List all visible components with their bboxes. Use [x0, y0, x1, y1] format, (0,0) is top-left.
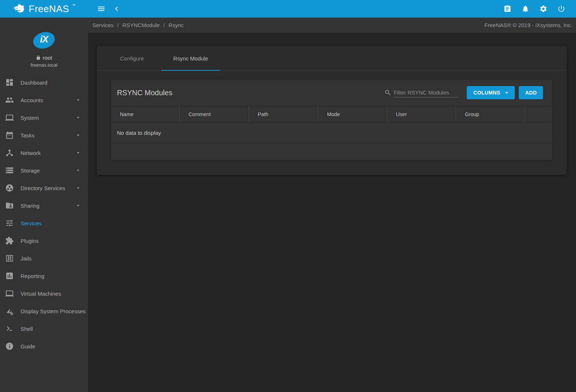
menu-icon	[97, 4, 106, 13]
breadcrumb-item-services[interactable]: Services	[92, 22, 114, 28]
notifications-button[interactable]	[521, 4, 530, 13]
sidebar-item-virtual-machines[interactable]: Virtual Machines	[0, 285, 88, 302]
task-manager-button[interactable]	[503, 4, 512, 13]
sidebar-item-shell[interactable]: Shell	[0, 320, 88, 337]
sidebar-item-directory-services[interactable]: Directory Services	[0, 179, 88, 197]
accounts-icon	[5, 96, 14, 104]
chevron-down-icon	[75, 132, 81, 138]
tab-configure[interactable]: Configure	[103, 46, 161, 70]
columns-button[interactable]: COLUMNS	[467, 86, 515, 99]
column-header-user[interactable]: User	[387, 106, 456, 122]
user-name: root	[43, 55, 52, 61]
column-header-mode[interactable]: Mode	[318, 106, 387, 122]
copyright-text: FreeNAS® © 2019 - iXsystems, Inc.	[484, 22, 572, 28]
rsync-card: Configure Rsync Module RSYNC Modules COL…	[97, 46, 566, 175]
services-icon	[5, 219, 14, 228]
table-header-row: Name Comment Path Mode User Group	[111, 106, 553, 123]
shell-icon	[5, 324, 14, 333]
sidebar-item-network[interactable]: Network	[0, 144, 88, 162]
brand-trademark: ™	[72, 4, 76, 7]
freenas-shark-icon	[13, 3, 26, 14]
sidebar-item-sharing[interactable]: Sharing	[0, 197, 88, 214]
sidebar-item-jails[interactable]: Jails	[0, 249, 88, 267]
jails-icon	[5, 254, 14, 263]
column-header-comment[interactable]: Comment	[180, 106, 249, 122]
virtual-machines-icon	[5, 289, 14, 298]
chevron-down-icon	[75, 167, 81, 174]
chevron-down-icon	[75, 185, 81, 191]
breadcrumb-item-rsync: Rsync	[169, 22, 184, 28]
freenas-logo[interactable]: FreeNAS ™	[0, 0, 88, 18]
storage-icon	[5, 166, 14, 175]
table-empty-row: No data to display	[111, 123, 553, 143]
directory-services-icon	[5, 184, 14, 192]
rsync-modules-panel: RSYNC Modules COLUMNS	[111, 79, 553, 160]
topbar: FreeNAS ™	[0, 0, 576, 18]
chevron-down-icon	[75, 149, 81, 156]
sidebar-item-tasks[interactable]: Tasks	[0, 126, 88, 144]
avatar: iX	[32, 32, 56, 50]
column-header-name[interactable]: Name	[111, 106, 180, 122]
column-header-actions	[525, 106, 553, 122]
sidebar-item-system[interactable]: System	[0, 109, 88, 126]
network-icon	[5, 148, 14, 157]
user-card: iX root freenas.local	[0, 18, 88, 68]
chevron-down-icon	[75, 114, 81, 121]
sidebar-item-guide[interactable]: Guide	[0, 337, 88, 355]
sharing-icon	[5, 201, 14, 210]
reporting-icon	[5, 271, 14, 280]
table-footer	[111, 143, 553, 160]
menu-button[interactable]	[94, 1, 109, 16]
panel-title: RSYNC Modules	[117, 89, 172, 97]
rsync-modules-table: Name Comment Path Mode User Group No dat…	[111, 106, 553, 160]
sidebar-menu: Dashboard Accounts System Tasks Network …	[0, 74, 88, 355]
sidebar-item-storage[interactable]: Storage	[0, 162, 88, 179]
breadcrumb-item-rsyncmodule[interactable]: RSYNCModule	[122, 22, 160, 28]
add-button[interactable]: ADD	[519, 86, 543, 99]
column-header-path[interactable]: Path	[249, 106, 318, 122]
tab-bar: Configure Rsync Module	[97, 46, 566, 71]
chevron-left-button[interactable]	[109, 1, 124, 16]
breadcrumb: Services/RSYNCModule/Rsync	[92, 22, 184, 28]
breadcrumb-separator: /	[117, 22, 119, 28]
chevron-down-icon	[75, 97, 81, 103]
system-icon	[5, 113, 14, 122]
sidebar-item-dashboard[interactable]: Dashboard	[0, 74, 88, 91]
power-icon	[557, 5, 565, 13]
filter-input[interactable]	[394, 88, 458, 97]
chevron-down-icon	[503, 89, 510, 96]
main-content: Configure Rsync Module RSYNC Modules COL…	[88, 33, 576, 392]
breadcrumb-bar: Services/RSYNCModule/Rsync FreeNAS® © 20…	[88, 18, 576, 33]
power-button[interactable]	[557, 4, 566, 13]
dashboard-icon	[5, 78, 14, 87]
calendar-icon	[5, 131, 14, 140]
sidebar: iX root freenas.local Dashboard Accounts…	[0, 18, 88, 392]
lock-icon	[36, 55, 41, 60]
notifications-icon	[521, 5, 529, 13]
search-icon	[384, 89, 392, 96]
tab-rsync-module[interactable]: Rsync Module	[161, 46, 220, 70]
task-manager-icon	[503, 5, 511, 13]
chevron-left-icon	[112, 4, 121, 13]
display-system-processes-icon	[5, 307, 14, 315]
chevron-down-icon	[75, 202, 81, 209]
sidebar-item-display-system-processes[interactable]: Display System Processes	[0, 302, 88, 320]
hostname: freenas.local	[0, 62, 88, 68]
settings-icon	[539, 5, 547, 13]
settings-button[interactable]	[539, 4, 548, 13]
brand-text: FreeNAS	[29, 3, 69, 15]
plugins-icon	[5, 236, 14, 245]
sidebar-item-reporting[interactable]: Reporting	[0, 267, 88, 285]
sidebar-item-services[interactable]: Services	[0, 214, 88, 232]
column-header-group[interactable]: Group	[456, 106, 525, 122]
breadcrumb-separator: /	[163, 22, 165, 28]
guide-icon	[5, 342, 14, 351]
sidebar-item-plugins[interactable]: Plugins	[0, 232, 88, 249]
empty-message: No data to display	[117, 130, 161, 136]
sidebar-item-accounts[interactable]: Accounts	[0, 91, 88, 109]
